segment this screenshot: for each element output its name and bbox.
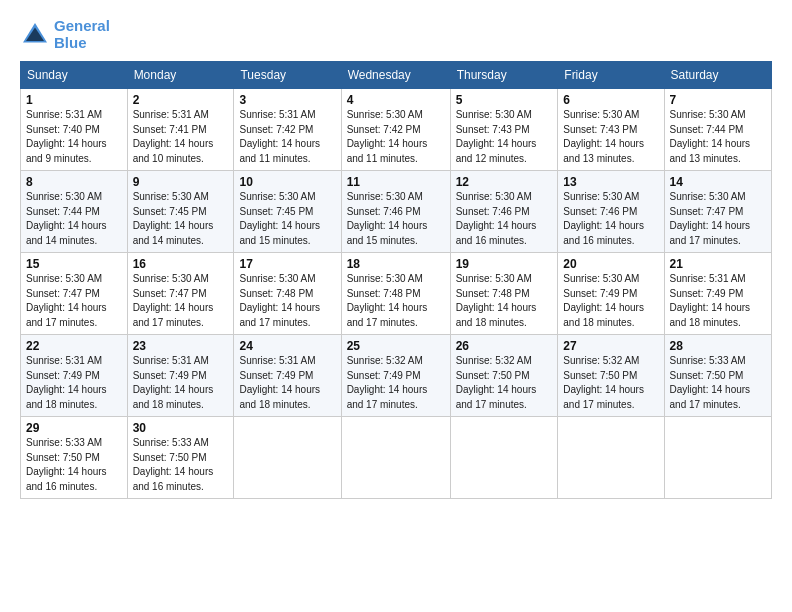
calendar-body: 1Sunrise: 5:31 AMSunset: 7:40 PMDaylight… (21, 89, 772, 499)
day-info-line: and 17 minutes. (347, 316, 445, 331)
day-info-line: Sunset: 7:50 PM (670, 369, 766, 384)
day-info: Sunrise: 5:31 AMSunset: 7:49 PMDaylight:… (26, 354, 122, 412)
day-info-line: Daylight: 14 hours (26, 383, 122, 398)
day-info: Sunrise: 5:30 AMSunset: 7:42 PMDaylight:… (347, 108, 445, 166)
day-info-line: Sunrise: 5:30 AM (26, 272, 122, 287)
day-info: Sunrise: 5:30 AMSunset: 7:44 PMDaylight:… (26, 190, 122, 248)
day-info-line: Daylight: 14 hours (563, 301, 658, 316)
day-info-line: Sunset: 7:43 PM (563, 123, 658, 138)
calendar-cell: 23Sunrise: 5:31 AMSunset: 7:49 PMDayligh… (127, 335, 234, 417)
day-info: Sunrise: 5:31 AMSunset: 7:49 PMDaylight:… (133, 354, 229, 412)
day-info-line: Daylight: 14 hours (670, 137, 766, 152)
day-info-line: Sunrise: 5:31 AM (239, 108, 335, 123)
day-info-line: Sunrise: 5:30 AM (670, 190, 766, 205)
calendar-header-row: SundayMondayTuesdayWednesdayThursdayFrid… (21, 62, 772, 89)
day-info: Sunrise: 5:30 AMSunset: 7:44 PMDaylight:… (670, 108, 766, 166)
calendar-cell: 28Sunrise: 5:33 AMSunset: 7:50 PMDayligh… (664, 335, 771, 417)
calendar-cell: 9Sunrise: 5:30 AMSunset: 7:45 PMDaylight… (127, 171, 234, 253)
calendar-header-wednesday: Wednesday (341, 62, 450, 89)
day-info: Sunrise: 5:30 AMSunset: 7:47 PMDaylight:… (26, 272, 122, 330)
day-number: 16 (133, 257, 229, 271)
day-info-line: Sunrise: 5:30 AM (239, 190, 335, 205)
calendar-cell: 12Sunrise: 5:30 AMSunset: 7:46 PMDayligh… (450, 171, 558, 253)
day-info-line: Sunset: 7:45 PM (239, 205, 335, 220)
calendar-cell: 1Sunrise: 5:31 AMSunset: 7:40 PMDaylight… (21, 89, 128, 171)
day-number: 15 (26, 257, 122, 271)
day-info-line: Sunset: 7:48 PM (239, 287, 335, 302)
day-info: Sunrise: 5:32 AMSunset: 7:50 PMDaylight:… (563, 354, 658, 412)
day-info-line: Daylight: 14 hours (347, 383, 445, 398)
day-info-line: Sunset: 7:49 PM (239, 369, 335, 384)
day-number: 7 (670, 93, 766, 107)
day-info-line: Sunrise: 5:30 AM (133, 272, 229, 287)
day-info-line: Sunset: 7:44 PM (26, 205, 122, 220)
day-info-line: Sunrise: 5:32 AM (347, 354, 445, 369)
day-info-line: and 17 minutes. (26, 316, 122, 331)
day-info-line: Daylight: 14 hours (239, 137, 335, 152)
day-info-line: and 9 minutes. (26, 152, 122, 167)
calendar-cell: 6Sunrise: 5:30 AMSunset: 7:43 PMDaylight… (558, 89, 664, 171)
day-info: Sunrise: 5:30 AMSunset: 7:43 PMDaylight:… (563, 108, 658, 166)
calendar-cell: 27Sunrise: 5:32 AMSunset: 7:50 PMDayligh… (558, 335, 664, 417)
day-info-line: and 13 minutes. (670, 152, 766, 167)
calendar-header-saturday: Saturday (664, 62, 771, 89)
day-info-line: Sunrise: 5:33 AM (133, 436, 229, 451)
calendar-cell: 8Sunrise: 5:30 AMSunset: 7:44 PMDaylight… (21, 171, 128, 253)
day-number: 17 (239, 257, 335, 271)
day-info: Sunrise: 5:30 AMSunset: 7:49 PMDaylight:… (563, 272, 658, 330)
day-info-line: and 17 minutes. (347, 398, 445, 413)
day-info-line: Sunset: 7:49 PM (26, 369, 122, 384)
day-number: 11 (347, 175, 445, 189)
calendar-cell: 20Sunrise: 5:30 AMSunset: 7:49 PMDayligh… (558, 253, 664, 335)
day-info: Sunrise: 5:33 AMSunset: 7:50 PMDaylight:… (670, 354, 766, 412)
day-info: Sunrise: 5:33 AMSunset: 7:50 PMDaylight:… (133, 436, 229, 494)
calendar-header-sunday: Sunday (21, 62, 128, 89)
day-info-line: Daylight: 14 hours (26, 219, 122, 234)
day-info-line: Daylight: 14 hours (670, 383, 766, 398)
day-info: Sunrise: 5:31 AMSunset: 7:42 PMDaylight:… (239, 108, 335, 166)
day-info-line: and 15 minutes. (239, 234, 335, 249)
day-info-line: Sunset: 7:43 PM (456, 123, 553, 138)
calendar-cell: 10Sunrise: 5:30 AMSunset: 7:45 PMDayligh… (234, 171, 341, 253)
day-info: Sunrise: 5:31 AMSunset: 7:40 PMDaylight:… (26, 108, 122, 166)
day-number: 8 (26, 175, 122, 189)
day-info: Sunrise: 5:30 AMSunset: 7:48 PMDaylight:… (347, 272, 445, 330)
calendar-header-friday: Friday (558, 62, 664, 89)
calendar-cell: 2Sunrise: 5:31 AMSunset: 7:41 PMDaylight… (127, 89, 234, 171)
calendar-week-row: 22Sunrise: 5:31 AMSunset: 7:49 PMDayligh… (21, 335, 772, 417)
day-number: 13 (563, 175, 658, 189)
header: General Blue (20, 18, 772, 51)
day-info: Sunrise: 5:31 AMSunset: 7:49 PMDaylight:… (239, 354, 335, 412)
day-info-line: Sunrise: 5:30 AM (347, 190, 445, 205)
day-info-line: and 10 minutes. (133, 152, 229, 167)
calendar-cell: 30Sunrise: 5:33 AMSunset: 7:50 PMDayligh… (127, 417, 234, 499)
day-number: 27 (563, 339, 658, 353)
day-info-line: Sunset: 7:50 PM (456, 369, 553, 384)
day-info-line: Sunrise: 5:30 AM (563, 108, 658, 123)
day-info: Sunrise: 5:31 AMSunset: 7:49 PMDaylight:… (670, 272, 766, 330)
day-info-line: Sunset: 7:47 PM (133, 287, 229, 302)
day-info: Sunrise: 5:33 AMSunset: 7:50 PMDaylight:… (26, 436, 122, 494)
day-info-line: Daylight: 14 hours (456, 301, 553, 316)
day-info-line: Daylight: 14 hours (347, 301, 445, 316)
day-info-line: and 14 minutes. (26, 234, 122, 249)
calendar-week-row: 8Sunrise: 5:30 AMSunset: 7:44 PMDaylight… (21, 171, 772, 253)
day-info-line: Sunrise: 5:30 AM (456, 272, 553, 287)
day-info-line: Sunset: 7:45 PM (133, 205, 229, 220)
day-info-line: Daylight: 14 hours (239, 383, 335, 398)
day-info: Sunrise: 5:30 AMSunset: 7:48 PMDaylight:… (239, 272, 335, 330)
day-info-line: and 11 minutes. (239, 152, 335, 167)
calendar-cell: 22Sunrise: 5:31 AMSunset: 7:49 PMDayligh… (21, 335, 128, 417)
day-info-line: Daylight: 14 hours (26, 465, 122, 480)
day-info-line: Daylight: 14 hours (456, 383, 553, 398)
day-info-line: Daylight: 14 hours (670, 219, 766, 234)
day-info-line: and 18 minutes. (563, 316, 658, 331)
day-info-line: Daylight: 14 hours (239, 301, 335, 316)
day-info-line: and 17 minutes. (670, 234, 766, 249)
calendar-cell: 11Sunrise: 5:30 AMSunset: 7:46 PMDayligh… (341, 171, 450, 253)
day-info-line: and 14 minutes. (133, 234, 229, 249)
calendar-cell: 15Sunrise: 5:30 AMSunset: 7:47 PMDayligh… (21, 253, 128, 335)
day-info-line: Daylight: 14 hours (239, 219, 335, 234)
day-info: Sunrise: 5:31 AMSunset: 7:41 PMDaylight:… (133, 108, 229, 166)
day-info-line: and 11 minutes. (347, 152, 445, 167)
